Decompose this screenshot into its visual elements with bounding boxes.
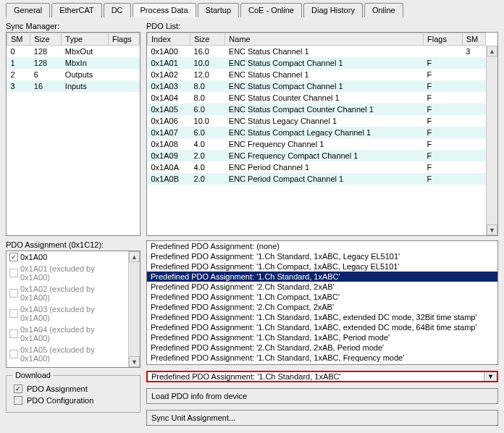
column-header[interactable]: Size bbox=[30, 33, 62, 46]
pdo-list-label: PDO List: bbox=[146, 22, 498, 30]
column-header[interactable]: SM bbox=[7, 33, 30, 46]
predefined-assignment-option[interactable]: Predefined PDO Assignment: '2.Ch Compact… bbox=[147, 302, 497, 312]
table-row[interactable]: 0x1A092.0ENC Frequency Compact Channel 1… bbox=[148, 150, 486, 161]
checkbox-icon bbox=[9, 309, 18, 318]
checkbox-icon bbox=[9, 350, 18, 358]
table-row[interactable]: 0x1A048.0ENC Status Counter Channel 1F bbox=[148, 92, 486, 104]
table-row[interactable]: 0x1A084.0ENC Frequency Channel 1F bbox=[148, 138, 486, 150]
pdo-assignment-item[interactable]: ✓0x1A00 bbox=[7, 251, 128, 263]
column-header[interactable]: Flags bbox=[424, 33, 463, 46]
scrollbar[interactable]: ▲ ▼ bbox=[486, 46, 497, 235]
predefined-assignment-option[interactable]: Predefined PDO Assignment: '1.Ch Standar… bbox=[147, 312, 497, 322]
process-data-panel: Sync Manager: SMSizeTypeFlags0128MbxOut1… bbox=[0, 17, 504, 430]
table-row[interactable]: 0x1A0A4.0ENC Period Channel 1F bbox=[148, 161, 486, 173]
scrollbar[interactable]: ▲ ▼ bbox=[128, 251, 140, 367]
tab-bar: GeneralEtherCATDCProcess DataStartupCoE … bbox=[0, 0, 504, 17]
column-header[interactable]: Type bbox=[62, 33, 109, 46]
predefined-assignment-option[interactable]: Predefined PDO Assignment: '2.Ch Standar… bbox=[147, 342, 497, 353]
pdo-assignment-item: 0x1A04 (excluded by 0x1A00) bbox=[7, 324, 128, 344]
tab-diag-history[interactable]: Diag History bbox=[303, 3, 363, 17]
tab-dc[interactable]: DC bbox=[104, 3, 131, 17]
sync-unit-assignment-button[interactable]: Sync Unit Assignment... bbox=[146, 410, 498, 426]
predefined-assignment-dropdown[interactable]: Predefined PDO Assignment: '1.Ch Standar… bbox=[146, 371, 498, 383]
tab-coe-online[interactable]: CoE - Online bbox=[240, 3, 302, 17]
column-header[interactable]: Index bbox=[148, 33, 190, 46]
tab-process-data[interactable]: Process Data bbox=[133, 3, 196, 17]
pdo-assignment-label: PDO Assignment (0x1C12): bbox=[6, 240, 140, 249]
predefined-assignment-option[interactable]: Predefined PDO Assignment: '1.Ch Compact… bbox=[147, 292, 497, 302]
pdo-assignment-item: 0x1A05 (excluded by 0x1A00) bbox=[7, 344, 128, 364]
sync-manager-label: Sync Manager: bbox=[6, 22, 140, 30]
pdo-assignment-item: 0x1A06 (excluded by 0x1A00) bbox=[7, 364, 128, 367]
table-row[interactable]: 0x1A076.0ENC Status Compact Legacy Chann… bbox=[148, 127, 486, 138]
column-header[interactable]: Name bbox=[225, 33, 424, 46]
tab-general[interactable]: General bbox=[6, 3, 50, 17]
predefined-assignment-option[interactable]: Predefined PDO Assignment: '1.Ch Compact… bbox=[147, 261, 497, 272]
column-header[interactable]: Size bbox=[190, 33, 225, 46]
table-row[interactable]: 0x1A0212.0ENC Status Channel 1F bbox=[148, 69, 486, 80]
table-row[interactable]: 0x1A0110.0ENC Status Compact Channel 1F bbox=[148, 57, 486, 69]
table-row[interactable]: 316Inputs bbox=[7, 80, 140, 92]
scroll-down-icon[interactable]: ▼ bbox=[487, 224, 497, 235]
predefined-assignment-option[interactable]: Predefined PDO Assignment: '1.Ch Standar… bbox=[147, 272, 497, 282]
table-row[interactable]: 0x1A056.0ENC Status Compact Counter Chan… bbox=[148, 104, 486, 115]
predefined-assignment-option[interactable]: Predefined PDO Assignment: '1.Ch Standar… bbox=[147, 322, 497, 332]
table-row[interactable]: 0x1A0B2.0ENC Period Compact Channel 1F bbox=[148, 173, 486, 185]
load-pdo-info-button[interactable]: Load PDO info from device bbox=[146, 388, 498, 404]
scroll-up-icon[interactable]: ▲ bbox=[129, 251, 140, 262]
table-row[interactable]: 0128MbxOut bbox=[7, 46, 140, 58]
download-pdo-configuration-checkbox[interactable]: PDO Configuration bbox=[14, 396, 133, 405]
predefined-assignment-option[interactable]: Predefined PDO Assignment: '2.Ch Standar… bbox=[147, 282, 497, 292]
pdo-list-table[interactable]: IndexSizeNameFlagsSM0x1A0016.0ENC Status… bbox=[146, 32, 498, 236]
column-header[interactable]: Flags bbox=[108, 33, 139, 46]
table-row[interactable]: 0x1A038.0ENC Status Compact Channel 1F bbox=[148, 80, 486, 92]
tab-startup[interactable]: Startup bbox=[198, 3, 239, 17]
table-row[interactable]: 1128MbxIn bbox=[7, 57, 140, 69]
chevron-down-icon[interactable]: ▼ bbox=[484, 372, 497, 382]
checkbox-icon bbox=[9, 289, 18, 298]
pdo-assignment-item: 0x1A01 (excluded by 0x1A00) bbox=[7, 263, 128, 283]
download-legend: Download bbox=[12, 371, 54, 379]
predefined-assignment-option[interactable]: Predefined PDO Assignment: '1.Ch Standar… bbox=[147, 353, 497, 363]
predefined-assignment-listbox[interactable]: Predefined PDO Assignment: (none)Predefi… bbox=[146, 240, 498, 365]
pdo-assignment-box[interactable]: ✓0x1A000x1A01 (excluded by 0x1A00)0x1A02… bbox=[6, 251, 140, 368]
pdo-assignment-item: 0x1A02 (excluded by 0x1A00) bbox=[7, 283, 128, 303]
predefined-assignment-option[interactable]: Predefined PDO Assignment: '1.Ch Standar… bbox=[147, 332, 497, 342]
download-pdo-assignment-checkbox[interactable]: ✓ PDO Assignment bbox=[14, 384, 133, 393]
tab-ethercat[interactable]: EtherCAT bbox=[51, 3, 101, 17]
download-group: Download ✓ PDO Assignment PDO Configurat… bbox=[6, 375, 140, 413]
checkbox-icon: ✓ bbox=[9, 253, 18, 261]
dropdown-value: Predefined PDO Assignment: '1.Ch Standar… bbox=[151, 372, 484, 381]
predefined-assignment-option[interactable]: Predefined PDO Assignment: '2.Ch Standar… bbox=[147, 363, 497, 365]
column-header[interactable]: SM bbox=[462, 33, 485, 46]
scroll-down-icon[interactable]: ▼ bbox=[129, 356, 140, 367]
table-row[interactable]: 0x1A0016.0ENC Status Channel 13 bbox=[148, 46, 486, 58]
predefined-assignment-option[interactable]: Predefined PDO Assignment: '1.Ch Standar… bbox=[147, 251, 497, 261]
table-row[interactable]: 26Outputs bbox=[7, 69, 140, 80]
pdo-assignment-item: 0x1A03 (excluded by 0x1A00) bbox=[7, 303, 128, 324]
tab-online[interactable]: Online bbox=[364, 3, 403, 17]
predefined-assignment-option[interactable]: Predefined PDO Assignment: (none) bbox=[147, 241, 497, 251]
sync-manager-table[interactable]: SMSizeTypeFlags0128MbxOut1128MbxIn26Outp… bbox=[6, 32, 140, 236]
checkbox-icon bbox=[9, 329, 18, 338]
table-row[interactable]: 0x1A0610.0ENC Status Legacy Channel 1F bbox=[148, 115, 486, 127]
checkbox-icon bbox=[9, 269, 18, 277]
scroll-up-icon[interactable]: ▲ bbox=[487, 46, 497, 56]
